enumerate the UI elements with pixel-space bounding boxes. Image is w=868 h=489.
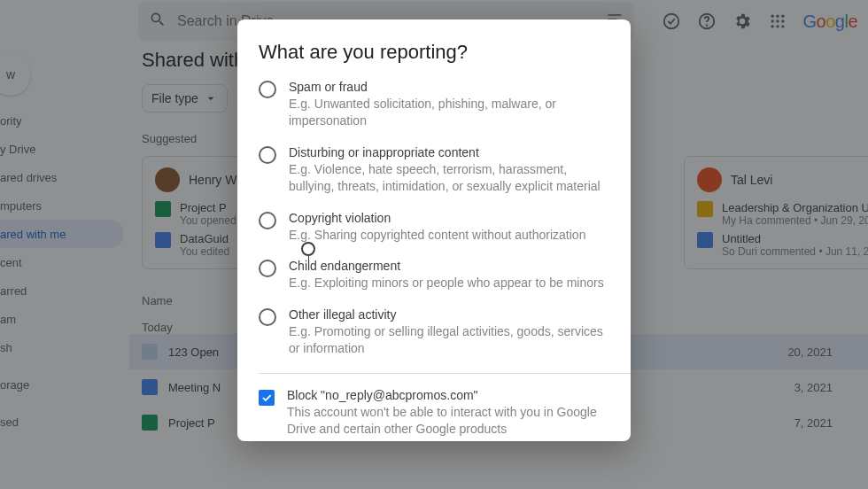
radio-icon bbox=[259, 308, 276, 326]
option-label: Child endangerment bbox=[289, 259, 604, 273]
report-option-spam[interactable]: Spam or fraudE.g. Unwanted solicitation,… bbox=[259, 80, 609, 129]
option-desc: E.g. Violence, hate speech, terrorism, h… bbox=[289, 161, 609, 195]
report-option-other[interactable]: Other illegal activityE.g. Promoting or … bbox=[259, 307, 609, 357]
radio-icon bbox=[259, 260, 276, 277]
option-desc: E.g. Promoting or selling illegal activi… bbox=[289, 323, 609, 357]
option-desc: E.g. Exploiting minors or people who app… bbox=[289, 275, 604, 291]
radio-icon bbox=[259, 146, 276, 164]
block-label: Block "no_reply@abcpromos.com" bbox=[287, 388, 609, 402]
report-option-copyright[interactable]: Copyright violationE.g. Sharing copyrigh… bbox=[259, 211, 609, 244]
radio-icon bbox=[259, 81, 276, 98]
option-label: Disturbing or inappropriate content bbox=[289, 145, 609, 159]
option-desc: E.g. Sharing copyrighted content without… bbox=[289, 227, 585, 244]
option-label: Spam or fraud bbox=[289, 80, 609, 94]
report-option-child[interactable]: Child endangermentE.g. Exploiting minors… bbox=[259, 259, 609, 291]
report-modal: What are you reporting? Spam or fraudE.g… bbox=[237, 19, 631, 441]
option-label: Copyright violation bbox=[289, 211, 585, 225]
report-option-disturbing[interactable]: Disturbing or inappropriate contentE.g. … bbox=[259, 145, 609, 195]
radio-icon bbox=[259, 212, 276, 229]
option-desc: E.g. Unwanted solicitation, phishing, ma… bbox=[289, 96, 609, 129]
modal-title: What are you reporting? bbox=[259, 41, 609, 64]
modal-overlay: What are you reporting? Spam or fraudE.g… bbox=[0, 0, 868, 489]
block-checkbox[interactable] bbox=[259, 390, 275, 406]
divider bbox=[259, 373, 631, 374]
block-desc: This account won't be able to interact w… bbox=[287, 404, 609, 438]
option-label: Other illegal activity bbox=[289, 307, 609, 322]
